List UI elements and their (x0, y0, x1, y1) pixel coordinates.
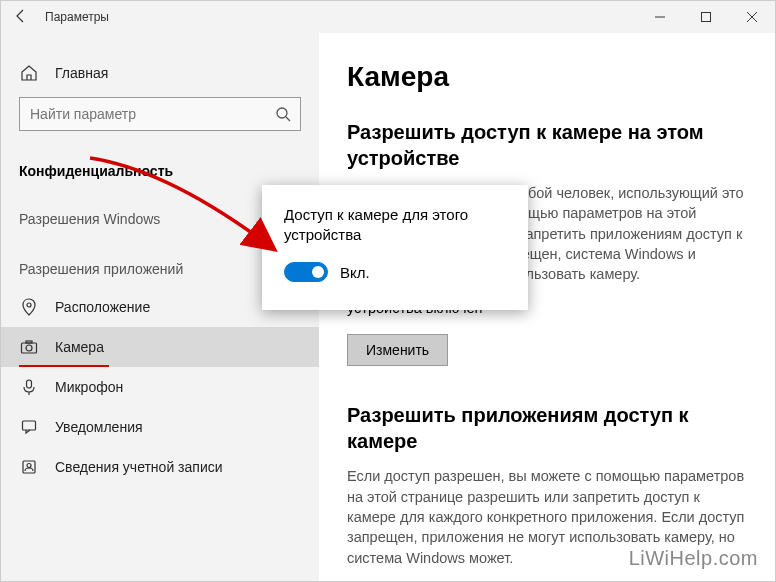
search-input[interactable] (20, 106, 266, 122)
account-icon (19, 457, 39, 477)
notifications-icon (19, 417, 39, 437)
svg-rect-12 (23, 421, 36, 430)
svg-rect-10 (27, 380, 32, 388)
window-title: Параметры (41, 10, 637, 24)
sidebar-item-label: Сведения учетной записи (55, 459, 223, 475)
change-button[interactable]: Изменить (347, 334, 448, 366)
titlebar: Параметры (1, 1, 775, 33)
svg-point-4 (277, 108, 287, 118)
sidebar-item-microphone[interactable]: Микрофон (1, 367, 319, 407)
page-title: Камера (347, 61, 747, 93)
search-icon (266, 106, 300, 122)
sidebar-item-label: Микрофон (55, 379, 123, 395)
sidebar-item-label: Расположение (55, 299, 150, 315)
back-button[interactable] (1, 8, 41, 27)
section-heading-apps: Разрешить приложениям доступ к камере (347, 402, 747, 454)
device-access-toggle-label: Вкл. (340, 264, 370, 281)
svg-point-8 (26, 345, 32, 351)
svg-line-5 (286, 117, 290, 121)
location-icon (19, 297, 39, 317)
close-button[interactable] (729, 1, 775, 33)
microphone-icon (19, 377, 39, 397)
device-access-toggle[interactable] (284, 262, 328, 282)
sidebar-item-camera[interactable]: Камера (1, 327, 319, 367)
svg-point-14 (27, 464, 31, 468)
sidebar-home[interactable]: Главная (1, 53, 319, 93)
device-access-popup: Доступ к камере для этого устройства Вкл… (262, 185, 528, 310)
sidebar-item-notifications[interactable]: Уведомления (1, 407, 319, 447)
svg-rect-1 (702, 13, 711, 22)
maximize-button[interactable] (683, 1, 729, 33)
sidebar-item-label: Камера (55, 339, 104, 355)
sidebar-home-label: Главная (55, 65, 108, 81)
watermark: LiWiHelp.com (629, 547, 758, 570)
camera-icon (19, 337, 39, 357)
sidebar-item-label: Уведомления (55, 419, 143, 435)
minimize-button[interactable] (637, 1, 683, 33)
popup-title: Доступ к камере для этого устройства (284, 205, 506, 244)
sidebar-section-privacy: Конфиденциальность (1, 149, 319, 187)
section-heading-device: Разрешить доступ к камере на этом устрой… (347, 119, 747, 171)
svg-point-6 (27, 303, 31, 307)
sidebar-item-account[interactable]: Сведения учетной записи (1, 447, 319, 487)
svg-rect-9 (26, 341, 32, 343)
search-box[interactable] (19, 97, 301, 131)
home-icon (19, 63, 39, 83)
